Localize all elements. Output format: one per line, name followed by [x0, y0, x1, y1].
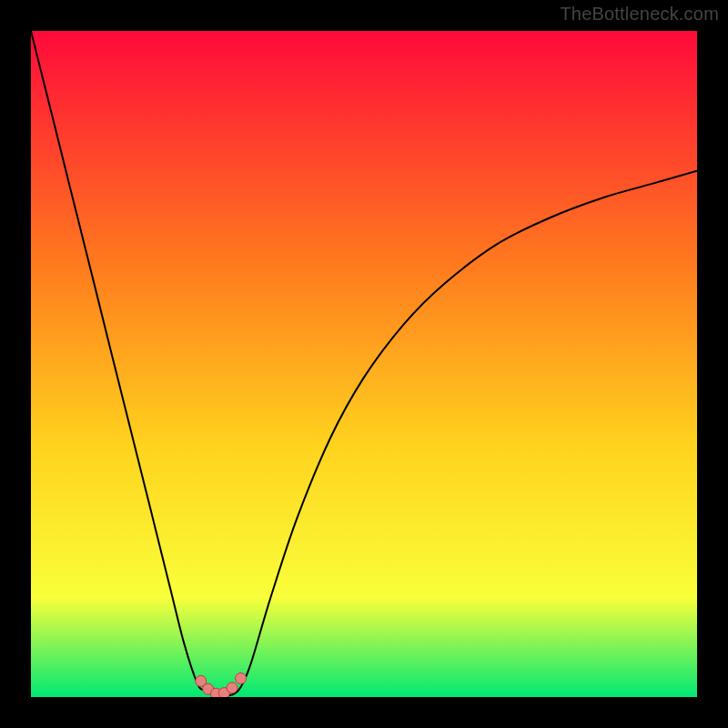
- plot-area: [31, 31, 697, 697]
- turning-point-marker: [227, 682, 238, 693]
- turning-point-marker: [236, 673, 247, 684]
- plot-svg: [31, 31, 697, 697]
- chart-frame: TheBottleneck.com: [0, 0, 728, 728]
- gradient-background: [31, 31, 697, 697]
- watermark-text: TheBottleneck.com: [560, 4, 719, 25]
